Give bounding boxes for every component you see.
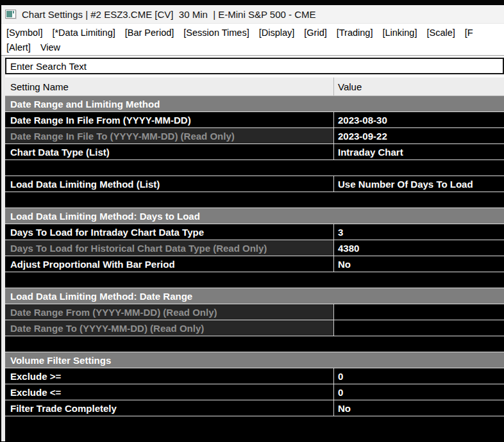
spacer-row — [5, 272, 504, 288]
window-title: Chart Settings | #2 ESZ3.CME [CV] 30 Min… — [22, 9, 316, 20]
setting-name: Filter Trade Completely — [5, 400, 333, 416]
search-input[interactable] — [5, 58, 504, 74]
section-header-row: Volume Filter Settings — [5, 352, 504, 368]
setting-name: Days To Load for Historical Chart Data T… — [5, 240, 333, 256]
setting-row[interactable]: Date Range In File From (YYYY-MM-DD)2023… — [5, 112, 504, 128]
menu-item[interactable]: [Scale] — [426, 26, 455, 40]
menu-item[interactable]: [F — [465, 26, 473, 40]
setting-row[interactable]: Date Range From (YYYY-MM-DD) (Read Only) — [5, 304, 504, 320]
section-title: Load Data Limiting Method: Date Range — [5, 288, 192, 304]
menu-item[interactable]: [Symbol] — [6, 26, 42, 40]
setting-row[interactable]: Adjust Proportional With Bar PeriodNo — [5, 256, 504, 272]
setting-value[interactable]: 0 — [333, 368, 504, 384]
menu-item[interactable]: [Alert] — [6, 40, 31, 55]
spacer-row — [5, 192, 504, 208]
grid-column-headers: Setting Name Value — [5, 78, 504, 96]
menu-item[interactable]: [Trading] — [337, 26, 373, 40]
setting-name: Date Range In File From (YYYY-MM-DD) — [5, 112, 333, 127]
top-window-edge — [0, 0, 504, 5]
menu-item[interactable]: [Grid] — [304, 26, 326, 40]
setting-name: Date Range To (YYYY-MM-DD) (Read Only) — [5, 320, 333, 336]
setting-name: Load Data Limiting Method (List) — [5, 176, 333, 192]
setting-row[interactable]: Load Data Limiting Method (List)Use Numb… — [5, 176, 504, 192]
setting-row[interactable]: Filter Trade CompletelyNo — [5, 400, 504, 416]
setting-name: Date Range From (YYYY-MM-DD) (Read Only) — [5, 304, 333, 320]
menu-item[interactable]: [Display] — [259, 26, 295, 40]
setting-row[interactable]: Date Range To (YYYY-MM-DD) (Read Only) — [5, 320, 504, 336]
section-title: Load Data Limiting Method: Days to Load — [5, 208, 200, 224]
setting-row[interactable]: Chart Data Type (List)Intraday Chart — [5, 144, 504, 160]
setting-value[interactable] — [333, 320, 504, 336]
setting-row[interactable]: Date Range In File To (YYYY-MM-DD) (Read… — [5, 128, 504, 144]
chart-window-icon-tick — [13, 11, 14, 13]
titlebar: Chart Settings | #2 ESZ3.CME [CV] 30 Min… — [1, 5, 504, 24]
menu-item[interactable]: [*Data Limiting] — [52, 26, 115, 40]
bottom-filler — [5, 416, 504, 441]
menu-item[interactable]: View — [40, 40, 60, 55]
section-title: Date Range and Limiting Method — [5, 96, 160, 111]
chart-window-icon — [5, 10, 16, 19]
setting-value[interactable]: 2023-09-22 — [333, 128, 504, 143]
setting-value[interactable]: Intraday Chart — [333, 144, 504, 160]
setting-value[interactable]: 4380 — [333, 240, 504, 256]
section-title: Volume Filter Settings — [5, 352, 111, 368]
setting-value[interactable]: No — [333, 256, 504, 272]
setting-value[interactable] — [333, 304, 504, 320]
menu-item[interactable]: [Session Times] — [183, 26, 249, 40]
setting-name: Date Range In File To (YYYY-MM-DD) (Read… — [5, 128, 333, 143]
setting-name: Days To Load for Intraday Chart Data Typ… — [5, 224, 333, 240]
search-area — [5, 56, 504, 78]
settings-grid: Date Range and Limiting MethodDate Range… — [5, 96, 504, 416]
setting-name: Exclude >= — [5, 368, 333, 384]
menu-row-2: [Alert]View — [6, 40, 504, 55]
spacer-row — [5, 160, 504, 176]
setting-row[interactable]: Days To Load for Intraday Chart Data Typ… — [5, 224, 504, 240]
dialog-client-area: Setting Name Value Date Range and Limiti… — [1, 56, 504, 441]
setting-row[interactable]: Exclude <=0 — [5, 384, 504, 400]
chart-window-icon-pane — [6, 11, 12, 17]
setting-name: Chart Data Type (List) — [5, 144, 333, 160]
spacer-row — [5, 336, 504, 352]
column-header-value: Value — [333, 78, 504, 95]
menu-row-1: [Symbol][*Data Limiting][Bar Period][Ses… — [6, 26, 504, 40]
setting-name: Adjust Proportional With Bar Period — [5, 256, 333, 272]
setting-row[interactable]: Days To Load for Historical Chart Data T… — [5, 240, 504, 256]
section-header-row: Load Data Limiting Method: Date Range — [5, 288, 504, 304]
setting-value[interactable]: 2023-08-30 — [333, 112, 504, 127]
setting-name: Exclude <= — [5, 384, 333, 400]
setting-row[interactable]: Exclude >=0 — [5, 368, 504, 384]
column-header-setting-name: Setting Name — [5, 78, 333, 95]
menu-item[interactable]: [Bar Period] — [125, 26, 174, 40]
setting-value[interactable]: 3 — [333, 224, 504, 240]
setting-value[interactable]: 0 — [333, 384, 504, 400]
section-header-row: Date Range and Limiting Method — [5, 96, 504, 112]
menu-bar: [Symbol][*Data Limiting][Bar Period][Ses… — [1, 24, 504, 56]
section-header-row: Load Data Limiting Method: Days to Load — [5, 208, 504, 224]
setting-value[interactable]: No — [333, 400, 504, 416]
setting-value[interactable]: Use Number Of Days To Load — [333, 176, 504, 192]
menu-item[interactable]: [Linking] — [382, 26, 417, 40]
